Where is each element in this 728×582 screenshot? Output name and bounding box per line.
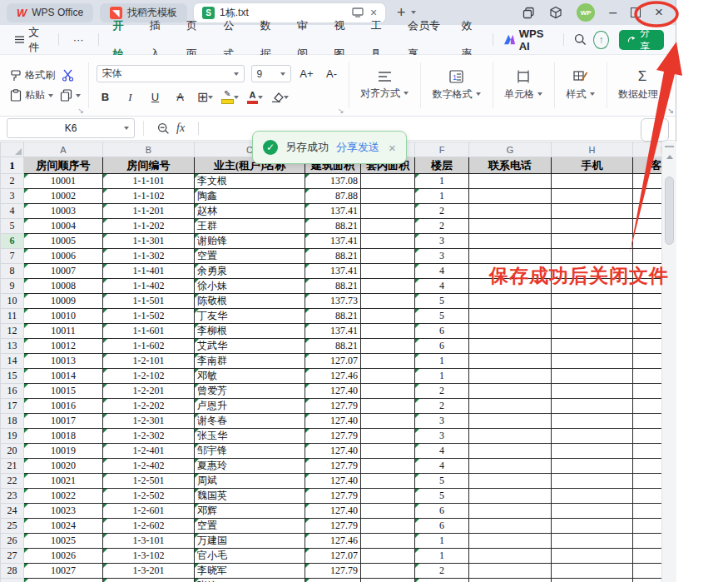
cell[interactable]: 1-3-202 bbox=[103, 579, 195, 582]
eraser-button[interactable] bbox=[271, 88, 290, 106]
cell[interactable] bbox=[633, 429, 662, 444]
row-number-29[interactable]: 29 bbox=[1, 579, 24, 582]
scroll-up-arrow-icon[interactable] bbox=[666, 155, 673, 159]
col-letter-F[interactable]: F bbox=[415, 142, 469, 157]
dialog-launcher-icon[interactable]: ↘ bbox=[338, 107, 344, 115]
split-handle[interactable] bbox=[665, 146, 674, 147]
cell[interactable]: 1 bbox=[415, 189, 469, 204]
cell[interactable]: 127.46 bbox=[305, 534, 361, 549]
cell[interactable]: 空置 bbox=[195, 519, 305, 534]
cell[interactable]: 137.73 bbox=[305, 294, 361, 309]
cell[interactable]: 1-2-402 bbox=[103, 459, 195, 474]
row-number-18[interactable]: 18 bbox=[1, 414, 24, 429]
col-letter-B[interactable]: B bbox=[103, 142, 195, 157]
row-number-21[interactable]: 21 bbox=[1, 459, 24, 474]
cell[interactable]: 88.21 bbox=[305, 309, 361, 324]
cell[interactable] bbox=[552, 549, 633, 564]
cell[interactable] bbox=[552, 519, 633, 534]
cell[interactable] bbox=[552, 249, 633, 264]
cell[interactable] bbox=[633, 249, 662, 264]
borders-button[interactable]: ⊞ bbox=[196, 88, 215, 106]
cell[interactable]: 88.21 bbox=[305, 339, 361, 354]
cell[interactable]: 李晓军 bbox=[195, 564, 305, 579]
cell[interactable]: 1-2-301 bbox=[103, 414, 195, 429]
cell[interactable]: 徐小妹 bbox=[195, 279, 305, 294]
cell[interactable]: 10020 bbox=[24, 459, 103, 474]
cell[interactable] bbox=[361, 234, 415, 249]
italic-button[interactable]: I bbox=[121, 88, 140, 106]
stacked-windows-icon[interactable] bbox=[522, 7, 535, 19]
row-number-25[interactable]: 25 bbox=[1, 519, 24, 534]
row-number-1[interactable]: 1 bbox=[1, 157, 24, 174]
cell[interactable] bbox=[552, 504, 633, 519]
cell[interactable] bbox=[361, 294, 415, 309]
cell[interactable] bbox=[469, 309, 552, 324]
cell[interactable]: 邓辉 bbox=[195, 504, 305, 519]
cell[interactable] bbox=[361, 504, 415, 519]
row-number-27[interactable]: 27 bbox=[1, 549, 24, 564]
font-name-select[interactable]: 宋体 bbox=[97, 65, 245, 82]
cell[interactable] bbox=[552, 174, 633, 189]
cell[interactable] bbox=[469, 564, 552, 579]
cell[interactable] bbox=[552, 474, 633, 489]
cell[interactable]: 5 bbox=[415, 309, 469, 324]
cell[interactable]: 1-2-502 bbox=[103, 489, 195, 504]
minimize-button[interactable]: – bbox=[609, 5, 617, 20]
cell[interactable]: 李文根 bbox=[195, 174, 305, 189]
cell[interactable] bbox=[361, 534, 415, 549]
row-number-20[interactable]: 20 bbox=[1, 444, 24, 459]
cell[interactable] bbox=[633, 189, 662, 204]
cell[interactable]: 10003 bbox=[24, 204, 103, 219]
cell[interactable] bbox=[469, 534, 552, 549]
cell[interactable]: 谢贻锋 bbox=[195, 234, 305, 249]
cell[interactable] bbox=[469, 204, 552, 219]
cell[interactable] bbox=[633, 519, 662, 534]
cell[interactable]: 李柳根 bbox=[195, 324, 305, 339]
cell[interactable] bbox=[633, 369, 662, 384]
cell[interactable] bbox=[552, 414, 633, 429]
cell[interactable]: 余勇泉 bbox=[195, 264, 305, 279]
cell[interactable] bbox=[552, 489, 633, 504]
wps-ai-button[interactable]: WPS AI bbox=[498, 27, 559, 52]
row-number-5[interactable]: 5 bbox=[1, 219, 24, 234]
cell[interactable]: 10026 bbox=[24, 549, 103, 564]
cell[interactable] bbox=[552, 339, 633, 354]
cell[interactable] bbox=[469, 249, 552, 264]
cell[interactable]: 10001 bbox=[24, 174, 103, 189]
cell[interactable] bbox=[552, 534, 633, 549]
cell[interactable]: 丁友华 bbox=[195, 309, 305, 324]
bold-button[interactable]: B bbox=[97, 88, 115, 106]
cell[interactable]: 2 bbox=[415, 384, 469, 399]
cell[interactable] bbox=[469, 504, 552, 519]
cell[interactable] bbox=[469, 324, 552, 339]
cell[interactable]: 2 bbox=[415, 219, 469, 234]
cell[interactable] bbox=[552, 579, 633, 582]
alignment-group-button[interactable]: 对齐方式 ↘ bbox=[351, 55, 418, 116]
styles-group-button[interactable]: 样式 bbox=[557, 55, 604, 116]
cell[interactable]: 127.07 bbox=[305, 354, 361, 369]
paste-button[interactable]: 粘贴 bbox=[10, 88, 53, 102]
row-number-2[interactable]: 2 bbox=[1, 174, 24, 189]
row-number-16[interactable]: 16 bbox=[1, 384, 24, 399]
cell[interactable] bbox=[469, 414, 552, 429]
cell[interactable]: 空置 bbox=[195, 249, 305, 264]
row-number-14[interactable]: 14 bbox=[1, 354, 24, 369]
zoom-formula-icon[interactable] bbox=[157, 122, 170, 135]
cell[interactable]: 10018 bbox=[24, 429, 103, 444]
file-menu[interactable]: 文件 bbox=[8, 25, 54, 55]
cell[interactable]: 4 bbox=[415, 279, 469, 294]
cell[interactable] bbox=[552, 369, 633, 384]
fx-icon[interactable]: fx bbox=[176, 122, 185, 135]
cell[interactable] bbox=[361, 489, 415, 504]
cell[interactable]: 3 bbox=[415, 429, 469, 444]
row-number-13[interactable]: 13 bbox=[1, 339, 24, 354]
cell[interactable] bbox=[633, 339, 662, 354]
cell[interactable]: 10023 bbox=[24, 504, 103, 519]
header-cell-1[interactable]: 房间编号 bbox=[103, 157, 195, 174]
increase-font-button[interactable]: A+ bbox=[298, 65, 316, 82]
header-cell-0[interactable]: 房间顺序号 bbox=[24, 157, 103, 174]
cell[interactable] bbox=[361, 579, 415, 582]
cell[interactable] bbox=[552, 564, 633, 579]
cell[interactable] bbox=[633, 579, 662, 582]
cell[interactable]: 127.79 bbox=[305, 519, 361, 534]
